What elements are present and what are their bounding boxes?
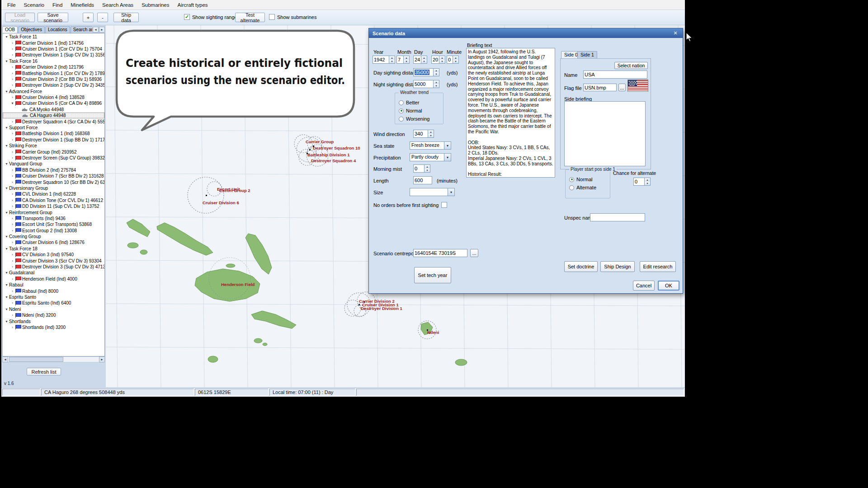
expander-icon[interactable]: ▾ [4, 211, 9, 215]
menu-item-search-areas[interactable]: Search Areas [98, 1, 137, 9]
tree-item-row[interactable]: ›Destroyer Division 2 (Sup CV Div 2) 343… [3, 82, 104, 88]
expander-icon[interactable]: ▾ [4, 35, 9, 39]
tree-item-row[interactable]: ›Battleship Division 1 (Cor CV Div 2) 17… [3, 70, 104, 76]
expander-icon[interactable]: › [10, 95, 15, 99]
tab-objectives[interactable]: Objectives [18, 26, 45, 33]
month-input[interactable] [396, 56, 404, 64]
expander-icon[interactable]: › [10, 120, 15, 124]
day-stepper[interactable]: ▲▼ [413, 56, 427, 64]
expander-icon[interactable]: › [10, 313, 15, 317]
chance-input[interactable] [633, 178, 645, 186]
menu-item-scenario[interactable]: Scenario [20, 1, 48, 9]
map-unit-label[interactable]: Henderson Field [221, 282, 255, 287]
tree-item-row[interactable]: ›Carrier Division 2 (Ind) 121796 [3, 64, 104, 70]
tree-group-row[interactable]: ▾Guadalcanal [3, 270, 104, 276]
radio-checked-icon[interactable] [399, 108, 404, 113]
expander-icon[interactable]: ▾ [4, 319, 9, 324]
tree-item-row[interactable]: ›Transports (Ind) 9436 [3, 216, 104, 221]
start-pos-alternate-radio[interactable]: Alternate [569, 183, 607, 192]
menu-item-find[interactable]: Find [48, 1, 66, 9]
expander-icon[interactable]: › [10, 222, 15, 226]
cancel-button[interactable]: Cancel [633, 281, 655, 291]
expander-icon[interactable]: ▾ [4, 144, 9, 148]
show-submarines-checkbox[interactable]: Show submarines [269, 14, 316, 20]
centrepoint-input[interactable] [413, 249, 467, 257]
menu-item-minefields[interactable]: Minefields [66, 1, 98, 9]
map-unit-label[interactable]: Destroyer Squadron 4 [311, 158, 356, 163]
expander-icon[interactable]: › [10, 192, 15, 196]
hour-input[interactable] [431, 56, 439, 64]
expander-icon[interactable]: › [10, 289, 15, 293]
tree-group-row[interactable]: ▾Task Force 18 [3, 246, 104, 252]
tab-oob[interactable]: OOB [2, 26, 18, 33]
tree-group-row[interactable]: ▾Task Force 16 [3, 58, 104, 64]
tree-group-row[interactable]: ▾Covering Group [3, 234, 104, 239]
tree-item-row[interactable]: ›Destroyer Division 1 (Sup BB Div 1) 171… [3, 137, 104, 143]
tree-item-row[interactable]: ▾Cruiser Division 5 (Cor CA Div 4) 89896 [3, 100, 104, 106]
tree-item-row[interactable]: ›Rabaul (Ind) 8000 [3, 288, 104, 294]
nation-name-input[interactable] [583, 70, 647, 79]
day-sighting-input[interactable]: 35000 [413, 68, 434, 76]
tree-group-row[interactable]: ▾Vanguard Group [3, 161, 104, 167]
set-doctrine-button[interactable]: Set doctrine [564, 261, 598, 272]
tree-item-row[interactable]: ›Carrier Group (Ind) 293952 [3, 149, 104, 155]
expander-icon[interactable]: ▾ [4, 162, 9, 166]
expander-icon[interactable]: › [10, 131, 15, 136]
menu-item-submarines[interactable]: Submarines [137, 1, 173, 9]
tree-item-row[interactable]: ›Cruiser Division 3 (Scr CV Div 3) 93304 [3, 258, 104, 263]
year-stepper[interactable]: ▲▼ [373, 56, 395, 64]
map-unit-label[interactable]: Destroyer Squadron 10 [313, 145, 360, 150]
expander-icon[interactable]: › [10, 198, 15, 202]
tab-scroll-left-icon[interactable]: ◄ [93, 27, 99, 33]
select-nation-button[interactable]: Select nation [614, 62, 648, 69]
expander-icon[interactable]: ▾ [4, 89, 9, 94]
refresh-list-button[interactable]: Refresh list [27, 368, 61, 375]
tree-item-row[interactable]: ›Henderson Field (Ind) 4000 [3, 276, 104, 282]
tree-ship-row[interactable]: CA Haguro 44948 [3, 113, 104, 118]
tree-item-row[interactable]: ›DD Division 11 (Sup CVL Div 1) 13752 [3, 203, 104, 209]
morning-mist-stepper[interactable]: ▲▼ [413, 164, 430, 173]
tree-item-row[interactable]: ›Cruiser Division 4 (Ind) 138528 [3, 94, 104, 100]
precipitation-select[interactable]: Partly cloudy ▼ [410, 153, 451, 161]
expander-icon[interactable]: ▾ [4, 126, 9, 130]
map-unit-label[interactable]: Destroyer Division 1 [361, 306, 402, 311]
spinner-arrows-icon[interactable]: ▲▼ [421, 56, 427, 64]
set-tech-year-button[interactable]: Set tech year [414, 267, 451, 283]
chevron-down-icon[interactable]: ▼ [444, 142, 451, 149]
map-unit-label[interactable]: Carrier Group [306, 139, 334, 144]
expander-icon[interactable]: ▾ [4, 271, 9, 275]
side-briefing-textarea[interactable] [564, 101, 646, 166]
briefing-textarea[interactable]: In August 1942, following the U.S. landi… [466, 48, 555, 178]
expander-icon[interactable]: › [10, 77, 15, 81]
map-unit-label[interactable]: Battleship Division 1 [307, 152, 349, 157]
expander-icon[interactable]: › [10, 156, 15, 160]
flag-browse-button[interactable]: ... [618, 84, 626, 91]
edit-research-button[interactable]: Edit research [640, 261, 676, 272]
tree-item-row[interactable]: ›Cruiser Division 6 (Ind) 128676 [3, 239, 104, 245]
start-pos-normal-radio[interactable]: Normal [569, 175, 607, 183]
expander-icon[interactable]: ▾ [4, 307, 9, 311]
chance-stepper[interactable]: ▲▼ [633, 178, 651, 186]
expander-icon[interactable]: › [10, 174, 15, 178]
tree-group-row[interactable]: ▾Ndeni [3, 306, 104, 312]
centrepoint-browse-button[interactable]: ... [470, 249, 478, 257]
weather-better-radio[interactable]: Better [399, 99, 440, 107]
tree-item-row[interactable]: ›Ndeni (Ind) 3200 [3, 312, 104, 318]
spinner-arrows-icon[interactable]: ▲▼ [439, 56, 445, 64]
ok-button[interactable]: OK [658, 281, 679, 291]
expander-icon[interactable]: ▾ [4, 247, 9, 251]
tree-group-row[interactable]: ▾Espritu Santo [3, 294, 104, 300]
expander-icon[interactable]: › [10, 168, 15, 172]
morning-mist-input[interactable] [413, 164, 425, 173]
day-sighting-stepper[interactable]: 35000 ▲▼ [413, 68, 439, 76]
ship-data-button[interactable]: Ship data [113, 13, 139, 22]
night-sighting-input[interactable] [413, 80, 434, 88]
tree-item-row[interactable]: ›Destroyer Division 1 (Sup CV Div 1) 315… [3, 52, 104, 58]
tree-group-row[interactable]: ▾Rabaul [3, 282, 104, 288]
expander-icon[interactable]: › [10, 65, 15, 69]
expander-icon[interactable]: › [10, 47, 15, 51]
spinner-arrows-icon[interactable]: ▲▼ [434, 80, 439, 88]
close-icon[interactable]: ✕ [672, 30, 679, 36]
expander-icon[interactable]: › [10, 204, 15, 208]
expander-icon[interactable]: › [10, 41, 15, 45]
